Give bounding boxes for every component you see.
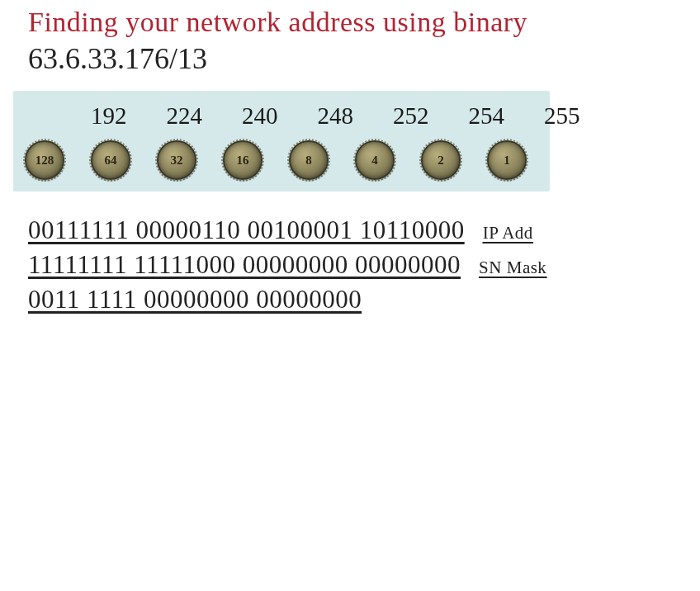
mask-value-row: 192 224 240 248 252 254 255 (21, 99, 542, 132)
bit-coin: 1 (487, 140, 527, 180)
mask-val: 224 (167, 102, 203, 130)
bit-coin: 64 (91, 140, 130, 180)
mask-val: 255 (544, 102, 580, 130)
mask-val: 192 (91, 102, 127, 130)
mask-val: 248 (318, 102, 354, 130)
bit-coin: 2 (421, 140, 461, 180)
binary-block: 00111111 00000110 00100001 10110000 IP A… (28, 213, 700, 317)
net-binary: 0011 1111 00000000 00000000 (28, 282, 362, 317)
cidr-address: 63.6.33.176/13 (28, 41, 700, 76)
bit-value-table: 192 224 240 248 252 254 255 128 64 32 16… (13, 91, 550, 191)
mask-val: 254 (469, 102, 505, 130)
bit-coin: 16 (223, 140, 262, 180)
coin-row: 128 64 32 16 8 4 2 1 (21, 140, 542, 180)
bit-coin: 128 (25, 140, 64, 180)
bit-coin: 4 (355, 140, 395, 180)
bit-coin: 8 (289, 140, 329, 180)
ip-label: IP Add (483, 221, 533, 245)
page-title: Finding your network address using binar… (28, 7, 700, 38)
page: Finding your network address using binar… (0, 0, 700, 317)
mask-val: 240 (242, 102, 278, 130)
bit-coin: 32 (157, 140, 196, 180)
mask-label: SN Mask (479, 256, 546, 280)
network-address-binary-line: 0011 1111 00000000 00000000 (28, 282, 700, 317)
ip-binary: 00111111 00000110 00100001 10110000 (28, 213, 465, 248)
subnet-mask-binary-line: 11111111 11111000 00000000 00000000 SN M… (28, 248, 700, 282)
mask-binary: 11111111 11111000 00000000 00000000 (28, 248, 461, 282)
mask-val: 252 (393, 102, 429, 130)
ip-address-binary-line: 00111111 00000110 00100001 10110000 IP A… (28, 213, 700, 248)
